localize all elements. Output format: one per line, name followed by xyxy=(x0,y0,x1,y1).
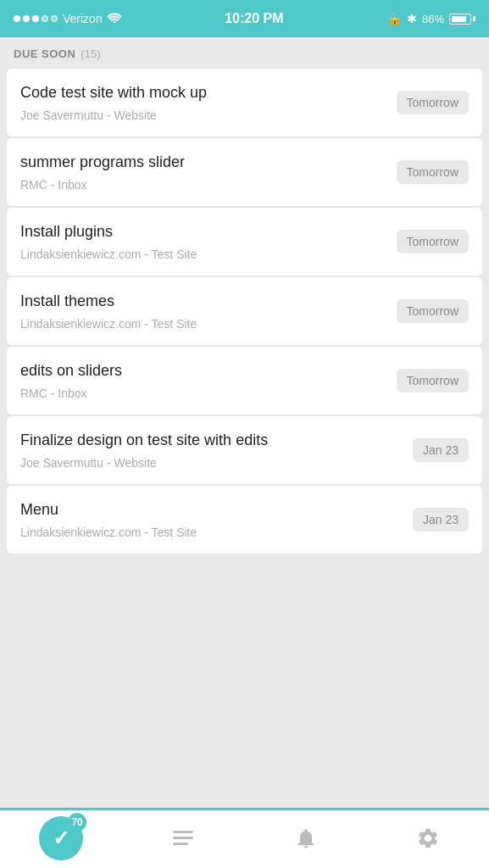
task-item[interactable]: Install themesLindaksienkiewicz.com - Te… xyxy=(7,277,482,345)
lock-icon: 🔒 xyxy=(387,12,402,25)
hamburger-line-1 xyxy=(173,831,193,833)
section-header: DUE SOON (15) xyxy=(0,37,489,69)
hamburger-line-3 xyxy=(173,843,188,845)
wifi-icon xyxy=(108,12,121,25)
task-badge: Tomorrow xyxy=(397,230,469,253)
task-title: summer programs slider xyxy=(20,153,386,172)
nav-badge: 70 xyxy=(68,813,86,832)
task-content: Install pluginsLindaksienkiewicz.com - T… xyxy=(20,222,397,260)
bluetooth-icon: ✱ xyxy=(407,12,417,25)
task-item[interactable]: Code test site with mock upJoe Savermutt… xyxy=(7,69,482,136)
check-icon: ✓ xyxy=(53,826,69,850)
task-title: Install themes xyxy=(20,292,386,311)
signal-dot-1 xyxy=(14,15,20,22)
task-content: MenuLindaksienkiewicz.com - Test Site xyxy=(20,500,413,538)
task-content: summer programs sliderRMC - Inbox xyxy=(20,153,397,191)
task-title: Code test site with mock up xyxy=(20,83,386,103)
task-content: edits on slidersRMC - Inbox xyxy=(20,361,397,399)
nav-check-container: ✓ 70 xyxy=(39,816,83,860)
task-title: edits on sliders xyxy=(20,361,386,381)
task-list: Code test site with mock upJoe Savermutt… xyxy=(0,69,489,807)
task-item[interactable]: Install pluginsLindaksienkiewicz.com - T… xyxy=(7,208,482,275)
battery-percent: 86% xyxy=(422,13,444,25)
task-badge: Tomorrow xyxy=(397,369,469,392)
task-subtitle: Lindaksienkiewicz.com - Test Site xyxy=(20,248,386,261)
status-bar: Verizon 10:20 PM 🔒 ✱ 86% xyxy=(0,0,489,37)
status-right: 🔒 ✱ 86% xyxy=(387,12,475,25)
bell-icon xyxy=(294,826,318,850)
task-badge: Tomorrow xyxy=(397,299,469,323)
nav-item-notifications[interactable] xyxy=(279,818,333,859)
task-title: Finalize design on test site with edits xyxy=(20,431,403,450)
task-subtitle: Lindaksienkiewicz.com - Test Site xyxy=(20,526,403,539)
section-count: (15) xyxy=(81,47,100,60)
section-title: DUE SOON xyxy=(14,47,75,60)
task-badge: Jan 23 xyxy=(413,508,469,531)
battery-icon xyxy=(449,14,475,25)
nav-item-settings[interactable] xyxy=(401,818,455,859)
task-item[interactable]: edits on slidersRMC - InboxTomorrow xyxy=(7,347,482,415)
signal-dot-2 xyxy=(23,15,30,22)
task-subtitle: Lindaksienkiewicz.com - Test Site xyxy=(20,317,386,331)
task-subtitle: RMC - Inbox xyxy=(20,178,386,192)
task-item[interactable]: summer programs sliderRMC - InboxTomorro… xyxy=(7,138,482,206)
signal-dots xyxy=(14,15,58,22)
nav-item-menu[interactable] xyxy=(156,818,210,859)
carrier-label: Verizon xyxy=(63,12,103,25)
task-item[interactable]: Finalize design on test site with editsJ… xyxy=(7,416,482,484)
hamburger-line-2 xyxy=(173,837,193,839)
task-content: Install themesLindaksienkiewicz.com - Te… xyxy=(20,292,397,330)
task-subtitle: Joe Savermuttu - Website xyxy=(20,108,386,122)
signal-dot-3 xyxy=(32,15,39,22)
task-content: Finalize design on test site with editsJ… xyxy=(20,431,413,469)
task-item[interactable]: MenuLindaksienkiewicz.com - Test SiteJan… xyxy=(7,486,482,554)
task-title: Install plugins xyxy=(20,222,386,242)
hamburger-icon xyxy=(173,831,193,845)
task-content: Code test site with mock upJoe Savermutt… xyxy=(20,83,397,121)
status-left: Verizon xyxy=(14,12,121,25)
task-title: Menu xyxy=(20,500,403,520)
signal-dot-4 xyxy=(42,15,48,22)
gear-icon xyxy=(416,826,440,850)
task-badge: Jan 23 xyxy=(413,438,469,462)
nav-item-tasks[interactable]: ✓ 70 xyxy=(34,818,88,859)
task-badge: Tomorrow xyxy=(397,91,469,114)
task-subtitle: Joe Savermuttu - Website xyxy=(20,456,403,470)
task-subtitle: RMC - Inbox xyxy=(20,387,386,400)
status-time: 10:20 PM xyxy=(225,11,283,26)
bottom-nav: ✓ 70 xyxy=(0,807,489,868)
signal-dot-5 xyxy=(51,15,58,22)
task-badge: Tomorrow xyxy=(397,160,469,184)
